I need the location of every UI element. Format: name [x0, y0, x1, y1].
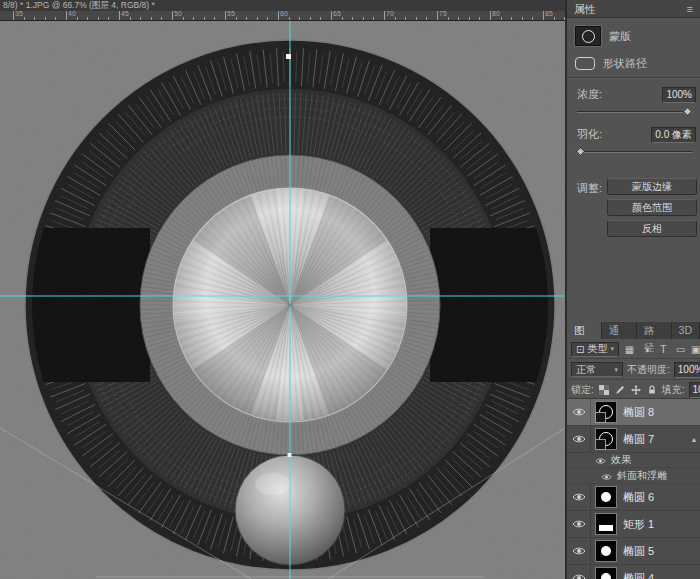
- blend-mode-dropdown[interactable]: 正常 ▾: [571, 362, 623, 377]
- layer-row-ellipse-4[interactable]: 椭圆 4: [567, 565, 700, 579]
- layer-effect-bevel-emboss-row[interactable]: 斜面和浮雕: [567, 468, 700, 484]
- slider-handle[interactable]: [683, 107, 693, 117]
- layer-row-ellipse-7[interactable]: 椭圆 7 ▴: [567, 426, 700, 453]
- ruler-major-tick: [119, 11, 120, 20]
- ruler-minor-tick: [204, 17, 205, 20]
- lock-all-icon[interactable]: [646, 384, 658, 396]
- panel-menu-icon[interactable]: ≡: [687, 0, 693, 17]
- layer-thumbnail[interactable]: [595, 540, 617, 562]
- ruler-minor-tick: [55, 17, 56, 20]
- filter-shape-layers-icon[interactable]: ▭: [674, 344, 687, 355]
- tab-channels[interactable]: 通道: [602, 322, 637, 339]
- layer-row-ellipse-6[interactable]: 椭圆 6: [567, 484, 700, 511]
- ruler-minor-tick: [257, 17, 258, 20]
- layer-name[interactable]: 矩形 1: [623, 517, 654, 532]
- ruler-major-tick: [172, 11, 173, 20]
- ruler-minor-tick: [130, 17, 131, 20]
- filter-adjustment-layers-icon[interactable]: ◑: [640, 344, 653, 355]
- ruler-tick-label: 75: [439, 11, 447, 17]
- density-row: 浓度: 100%: [577, 86, 696, 103]
- visibility-eye-icon[interactable]: [601, 467, 612, 485]
- lock-position-icon[interactable]: [630, 384, 642, 396]
- effect-name[interactable]: 斜面和浮雕: [617, 469, 667, 483]
- tab-3d[interactable]: 3D: [672, 322, 700, 339]
- slider-handle[interactable]: [576, 147, 586, 157]
- layer-thumbnail[interactable]: [595, 428, 617, 450]
- mask-label: 蒙版: [609, 29, 631, 44]
- visibility-eye-icon[interactable]: [567, 511, 591, 537]
- visibility-eye-icon[interactable]: [567, 426, 591, 452]
- layer-name[interactable]: 椭圆 6: [623, 490, 654, 505]
- ruler-minor-tick: [151, 17, 152, 20]
- ruler-minor-tick: [140, 17, 141, 20]
- fill-label: 填充:: [662, 383, 685, 397]
- density-slider[interactable]: [577, 107, 692, 117]
- opacity-label: 不透明度:: [627, 363, 670, 377]
- ruler-major-tick: [437, 11, 438, 20]
- filter-toggle-icon[interactable]: ▣: [691, 344, 700, 355]
- ruler-major-tick: [331, 11, 332, 20]
- layer-row-ellipse-8[interactable]: 椭圆 8: [567, 399, 700, 426]
- visibility-eye-icon[interactable]: [567, 484, 591, 510]
- layer-name[interactable]: 椭圆 5: [623, 544, 654, 559]
- layer-name[interactable]: 椭圆 4: [623, 571, 654, 579]
- ruler-minor-tick: [161, 17, 162, 20]
- ruler-minor-tick: [98, 17, 99, 20]
- layer-row-rectangle-1[interactable]: 矩形 1: [567, 511, 700, 538]
- layer-effects-row[interactable]: 效果: [567, 453, 700, 468]
- mask-row: 蒙版: [575, 24, 696, 48]
- visibility-eye-icon[interactable]: [567, 538, 591, 564]
- ruler-tick-label: 35: [15, 11, 23, 17]
- caret-down-icon: ▾: [610, 345, 614, 353]
- ruler-major-tick: [13, 11, 14, 20]
- layer-name[interactable]: 椭圆 8: [623, 405, 654, 420]
- ruler-minor-tick: [501, 17, 502, 20]
- feather-row: 羽化: 0.0 像素: [577, 126, 696, 143]
- ruler-minor-tick: [458, 17, 459, 20]
- feather-value[interactable]: 0.0 像素: [651, 127, 696, 143]
- color-range-button[interactable]: 颜色范围: [607, 199, 697, 216]
- shape-path-row: 形状路径: [575, 53, 696, 73]
- properties-panel-header: 属性 ≡: [567, 0, 700, 18]
- visibility-eye-icon[interactable]: [567, 565, 591, 579]
- ruler-minor-tick: [45, 17, 46, 20]
- layer-row-ellipse-5[interactable]: 椭圆 5: [567, 538, 700, 565]
- fill-value[interactable]: 100% ▾: [689, 382, 700, 398]
- ruler-major-tick: [384, 11, 385, 20]
- filter-type-layers-icon[interactable]: T: [657, 344, 670, 355]
- horizontal-ruler[interactable]: 3540455055606570758085: [0, 11, 565, 21]
- document-canvas[interactable]: [0, 21, 565, 579]
- ruler-major-tick: [278, 11, 279, 20]
- ruler-tick-label: 80: [492, 11, 500, 17]
- ruler-minor-tick: [320, 17, 321, 20]
- tab-layers[interactable]: 图层: [567, 322, 602, 339]
- filter-kind-prefix-icon: ⊡: [576, 344, 584, 355]
- layer-thumbnail[interactable]: [595, 567, 617, 579]
- layer-filter-row: ⊡ 类型 ▾ ▦ ◑ T ▭ ▣: [567, 340, 700, 359]
- effects-label[interactable]: 效果: [611, 453, 631, 467]
- layer-name[interactable]: 椭圆 7: [623, 432, 654, 447]
- feather-slider[interactable]: [577, 147, 692, 157]
- density-value[interactable]: 100%: [662, 87, 696, 103]
- effects-collapse-icon[interactable]: ▴: [692, 435, 696, 444]
- feather-label: 羽化:: [577, 127, 602, 142]
- layer-thumbnail[interactable]: [595, 513, 617, 535]
- invert-button[interactable]: 反相: [607, 220, 697, 237]
- tab-paths[interactable]: 路径: [637, 322, 672, 339]
- lock-transparent-pixels-icon[interactable]: [598, 384, 610, 396]
- ruler-minor-tick: [34, 17, 35, 20]
- ruler-major-tick: [543, 11, 544, 20]
- layers-panel-tabs: 图层 通道 路径 3D: [567, 322, 700, 339]
- filter-kind-dropdown[interactable]: ⊡ 类型 ▾: [571, 342, 619, 357]
- shape-path-label: 形状路径: [603, 56, 647, 71]
- lock-image-pixels-icon[interactable]: [614, 384, 626, 396]
- layer-thumbnail[interactable]: [595, 486, 617, 508]
- ruler-major-tick: [225, 11, 226, 20]
- mask-edge-button[interactable]: 蒙版边缘: [607, 178, 697, 195]
- opacity-value[interactable]: 100% ▾: [674, 362, 700, 378]
- mask-thumbnail-icon[interactable]: [575, 26, 601, 46]
- document-title-bar[interactable]: 8/8) * 1.JPG @ 66.7% (图层 4, RGB/8) *: [0, 0, 565, 11]
- filter-pixel-layers-icon[interactable]: ▦: [623, 344, 636, 355]
- visibility-eye-icon[interactable]: [567, 399, 591, 425]
- layer-thumbnail[interactable]: [595, 401, 617, 423]
